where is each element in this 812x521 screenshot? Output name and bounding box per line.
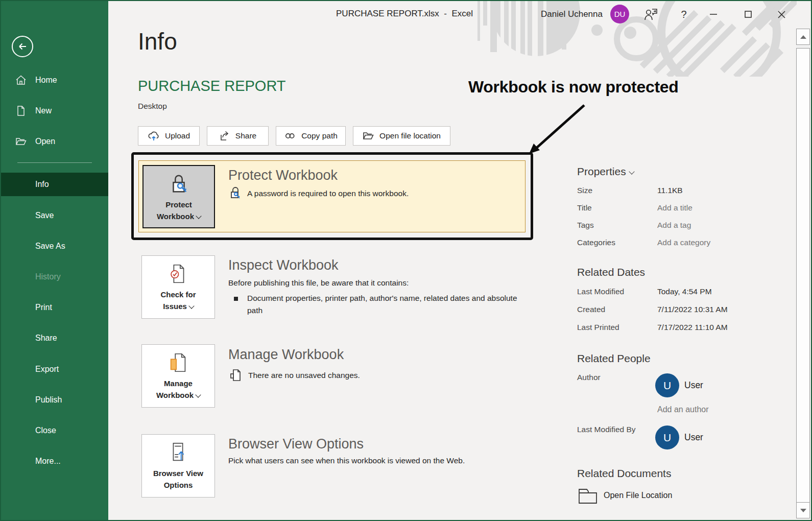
- check-for-issues-icon: [166, 262, 190, 286]
- related-dates-heading: Related Dates: [577, 266, 645, 278]
- protect-workbook-dropdown-button[interactable]: Protect Workbook: [142, 165, 215, 228]
- open-file-location-label: Open File Location: [604, 491, 672, 500]
- open-file-location-button[interactable]: Open file location: [353, 126, 450, 146]
- sidebar-item-label: Share: [35, 334, 57, 342]
- sidebar-item-label: Save: [35, 211, 54, 220]
- button-label: Share: [235, 131, 256, 140]
- share-button[interactable]: Share: [207, 126, 269, 146]
- last-modified-by-label: Last Modified By: [577, 425, 636, 434]
- chevron-down-icon: [196, 213, 201, 219]
- sidebar-item-more[interactable]: More...: [1, 450, 108, 472]
- account-name[interactable]: Daniel Uchenna: [541, 9, 603, 19]
- add-author-field[interactable]: Add an author: [657, 405, 709, 414]
- date-label: Last Modified: [577, 287, 624, 296]
- sidebar-item-publish[interactable]: Publish: [1, 389, 108, 411]
- sidebar-item-label: Publish: [35, 395, 62, 404]
- tile-label: Protect: [165, 200, 192, 209]
- related-documents-heading: Related Documents: [577, 467, 671, 480]
- browser-view-options-heading: Browser View Options: [228, 436, 364, 452]
- property-add-tag[interactable]: Add a tag: [657, 221, 691, 230]
- inspect-workbook-bullet: Document properties, printer path, autho…: [247, 292, 520, 317]
- date-label: Last Printed: [577, 323, 619, 332]
- scroll-up-button[interactable]: [796, 29, 810, 45]
- properties-dropdown[interactable]: Properties: [577, 165, 634, 178]
- sidebar-item-label: Export: [35, 365, 59, 373]
- scroll-up-icon: [800, 35, 806, 39]
- open-file-location-link[interactable]: Open File Location: [577, 486, 672, 505]
- tile-label: Manage: [164, 379, 193, 388]
- copy-path-button[interactable]: Copy path: [276, 126, 346, 146]
- upload-button[interactable]: Upload: [138, 126, 200, 146]
- back-button[interactable]: [12, 36, 33, 57]
- sidebar-item-label: New: [35, 106, 52, 115]
- chevron-down-icon: [629, 169, 634, 174]
- author-name[interactable]: User: [684, 380, 703, 391]
- close-button[interactable]: [774, 7, 789, 22]
- inspect-workbook-heading: Inspect Workbook: [228, 257, 339, 273]
- sidebar-item-save-as[interactable]: Save As: [1, 235, 108, 257]
- sidebar-item-export[interactable]: Export: [1, 358, 108, 381]
- minimize-button[interactable]: [706, 7, 721, 22]
- manage-workbook-icon: [166, 351, 190, 374]
- window-title: PURCHASE REPORT.xlsx - Excel: [297, 9, 512, 19]
- chevron-down-icon: [195, 392, 201, 397]
- feedback-icon[interactable]: [643, 7, 659, 22]
- scroll-down-icon: [800, 509, 806, 512]
- sidebar-item-label: Save As: [35, 242, 65, 250]
- author-label: Author: [577, 373, 601, 382]
- property-label: Categories: [577, 238, 615, 247]
- sidebar-item-info[interactable]: Info: [1, 173, 108, 196]
- sidebar-item-label: History: [35, 272, 61, 281]
- vertical-scrollbar[interactable]: [796, 29, 810, 518]
- property-add-category[interactable]: Add a category: [657, 238, 710, 247]
- sidebar-item-print[interactable]: Print: [1, 296, 108, 319]
- sidebar-item-save[interactable]: Save: [1, 204, 108, 227]
- date-value: 7/11/2022 10:31 AM: [657, 305, 728, 314]
- unsaved-changes-icon: [229, 368, 242, 383]
- link-icon: [284, 130, 296, 141]
- annotation-arrow: [523, 101, 594, 160]
- tile-label: Workbook: [156, 391, 194, 399]
- bullet-icon: [234, 297, 238, 301]
- button-label: Open file location: [379, 131, 441, 140]
- sidebar-item-share[interactable]: Share: [1, 327, 108, 349]
- sidebar-item-new[interactable]: New: [1, 100, 108, 122]
- property-label: Size: [577, 186, 592, 195]
- author-avatar[interactable]: U: [655, 373, 679, 397]
- button-label: Upload: [165, 131, 190, 140]
- excel-backstage-window: PURCHASE REPORT.xlsx - Excel Daniel Uche…: [0, 0, 812, 521]
- protect-workbook-description: A password is required to open this work…: [247, 189, 409, 198]
- back-arrow-icon: [16, 40, 29, 53]
- sidebar-item-history: History: [1, 266, 108, 288]
- manage-workbook-dropdown-button[interactable]: Manage Workbook: [141, 344, 215, 408]
- open-folder-icon: [363, 130, 374, 141]
- open-folder-icon: [15, 136, 27, 147]
- last-modified-by-avatar[interactable]: U: [655, 425, 679, 449]
- account-avatar[interactable]: DU: [610, 5, 629, 23]
- date-label: Created: [577, 305, 605, 314]
- tile-label: Browser View: [153, 469, 203, 478]
- check-for-issues-dropdown-button[interactable]: Check for Issues: [141, 255, 215, 319]
- sidebar-item-home[interactable]: Home: [1, 69, 108, 91]
- lock-key-icon: [167, 172, 190, 196]
- sidebar-item-open[interactable]: Open: [1, 130, 108, 153]
- help-icon[interactable]: ?: [676, 7, 691, 22]
- protect-workbook-heading: Protect Workbook: [228, 168, 338, 183]
- scrollbar-thumb[interactable]: [796, 48, 810, 503]
- property-label: Title: [577, 203, 592, 212]
- maximize-button[interactable]: [741, 7, 756, 22]
- page-title: Info: [138, 28, 177, 55]
- browser-view-options-button[interactable]: Browser View Options: [141, 434, 215, 498]
- last-modified-by-name[interactable]: User: [684, 432, 703, 443]
- sidebar-item-label: Close: [35, 426, 56, 435]
- new-document-icon: [15, 105, 27, 116]
- sidebar-item-close[interactable]: Close: [1, 419, 108, 442]
- scroll-down-button[interactable]: [796, 502, 810, 518]
- properties-title: Properties: [577, 165, 626, 177]
- titlebar: PURCHASE REPORT.xlsx - Excel Daniel Uche…: [108, 1, 811, 28]
- property-add-title[interactable]: Add a title: [657, 203, 692, 212]
- annotation-text: Workbook is now protected: [468, 78, 679, 97]
- document-title: PURCHASE REPORT: [138, 78, 286, 94]
- home-icon: [15, 75, 27, 86]
- folder-icon: [577, 486, 599, 505]
